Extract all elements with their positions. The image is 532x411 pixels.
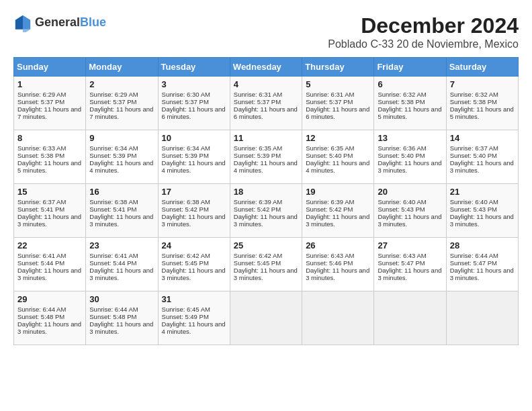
calendar-header: SundayMondayTuesdayWednesdayThursdayFrid… <box>14 58 519 77</box>
sunrise-text: Sunrise: 6:43 AM <box>378 252 426 259</box>
calendar-cell: 15Sunrise: 6:37 AMSunset: 5:41 PMDayligh… <box>14 184 86 238</box>
calendar-cell: 2Sunrise: 6:29 AMSunset: 5:37 PMDaylight… <box>86 77 158 130</box>
calendar-cell: 28Sunrise: 6:44 AMSunset: 5:47 PMDayligh… <box>446 238 518 291</box>
day-number: 31 <box>162 294 226 304</box>
calendar-cell <box>230 291 302 345</box>
day-number: 14 <box>450 133 515 143</box>
calendar-week-row: 22Sunrise: 6:41 AMSunset: 5:44 PMDayligh… <box>14 238 519 291</box>
calendar-cell: 26Sunrise: 6:43 AMSunset: 5:46 PMDayligh… <box>302 238 374 291</box>
calendar-cell: 6Sunrise: 6:32 AMSunset: 5:38 PMDaylight… <box>374 77 446 130</box>
calendar-cell: 13Sunrise: 6:36 AMSunset: 5:40 PMDayligh… <box>374 130 446 184</box>
logo-text: GeneralBlue <box>35 16 106 30</box>
calendar-cell: 12Sunrise: 6:35 AMSunset: 5:40 PMDayligh… <box>302 130 374 184</box>
daylight-text: Daylight: 11 hours and 3 minutes. <box>17 267 81 281</box>
calendar-body: 1Sunrise: 6:29 AMSunset: 5:37 PMDaylight… <box>14 77 519 345</box>
day-number: 1 <box>17 79 82 89</box>
calendar-cell: 9Sunrise: 6:34 AMSunset: 5:39 PMDaylight… <box>86 130 158 184</box>
calendar-cell <box>302 291 374 345</box>
daylight-text: Daylight: 11 hours and 3 minutes. <box>306 213 369 228</box>
daylight-text: Daylight: 11 hours and 3 minutes. <box>89 320 153 335</box>
calendar-cell: 21Sunrise: 6:40 AMSunset: 5:43 PMDayligh… <box>446 184 518 238</box>
sunset-text: Sunset: 5:42 PM <box>234 205 281 213</box>
day-number: 17 <box>162 187 226 197</box>
sunset-text: Sunset: 5:43 PM <box>450 205 497 213</box>
sunrise-text: Sunrise: 6:42 AM <box>234 252 282 259</box>
sunrise-text: Sunrise: 6:34 AM <box>162 144 210 152</box>
day-number: 16 <box>89 187 154 197</box>
sunrise-text: Sunrise: 6:31 AM <box>234 91 282 98</box>
sunrise-text: Sunrise: 6:37 AM <box>17 198 66 205</box>
sunset-text: Sunset: 5:41 PM <box>89 205 136 213</box>
day-number: 19 <box>306 187 370 197</box>
sunset-text: Sunset: 5:38 PM <box>17 152 64 159</box>
sunset-text: Sunset: 5:48 PM <box>89 313 136 320</box>
weekday-header: Saturday <box>446 58 518 77</box>
day-number: 7 <box>450 79 515 89</box>
sunrise-text: Sunrise: 6:34 AM <box>89 144 138 152</box>
sunrise-text: Sunrise: 6:41 AM <box>89 252 138 259</box>
day-number: 22 <box>17 240 82 250</box>
day-number: 23 <box>89 240 154 250</box>
weekday-header: Monday <box>86 58 158 77</box>
daylight-text: Daylight: 11 hours and 3 minutes. <box>234 213 298 228</box>
weekday-header: Friday <box>374 58 446 77</box>
day-number: 5 <box>306 79 370 89</box>
svg-marker-1 <box>15 15 23 30</box>
day-number: 25 <box>234 240 298 250</box>
daylight-text: Daylight: 11 hours and 3 minutes. <box>89 267 153 281</box>
daylight-text: Daylight: 11 hours and 3 minutes. <box>89 213 153 228</box>
day-number: 29 <box>17 294 82 304</box>
sunset-text: Sunset: 5:43 PM <box>378 205 425 213</box>
day-number: 15 <box>17 187 82 197</box>
sunset-text: Sunset: 5:44 PM <box>89 259 136 267</box>
day-number: 4 <box>234 79 298 89</box>
sunset-text: Sunset: 5:45 PM <box>234 259 281 267</box>
calendar-week-row: 1Sunrise: 6:29 AMSunset: 5:37 PMDaylight… <box>14 77 519 130</box>
daylight-text: Daylight: 11 hours and 3 minutes. <box>378 213 441 228</box>
sunrise-text: Sunrise: 6:32 AM <box>450 91 498 98</box>
calendar-week-row: 15Sunrise: 6:37 AMSunset: 5:41 PMDayligh… <box>14 184 519 238</box>
logo-icon <box>13 13 32 32</box>
sunset-text: Sunset: 5:37 PM <box>234 98 281 105</box>
daylight-text: Daylight: 11 hours and 3 minutes. <box>17 320 81 335</box>
daylight-text: Daylight: 11 hours and 5 minutes. <box>450 105 514 120</box>
calendar-cell: 31Sunrise: 6:45 AMSunset: 5:49 PMDayligh… <box>158 291 230 345</box>
day-number: 11 <box>234 133 298 143</box>
sunset-text: Sunset: 5:37 PM <box>162 98 209 105</box>
logo: GeneralBlue <box>13 13 106 32</box>
sunset-text: Sunset: 5:39 PM <box>162 152 209 159</box>
sunset-text: Sunset: 5:40 PM <box>450 152 497 159</box>
day-number: 30 <box>89 294 154 304</box>
day-number: 27 <box>378 240 442 250</box>
day-number: 18 <box>234 187 298 197</box>
title-block: December 2024 Poblado C-33 20 de Noviemb… <box>328 13 519 50</box>
daylight-text: Daylight: 11 hours and 3 minutes. <box>162 267 226 281</box>
sunset-text: Sunset: 5:39 PM <box>89 152 136 159</box>
daylight-text: Daylight: 11 hours and 4 minutes. <box>89 159 153 174</box>
daylight-text: Daylight: 11 hours and 3 minutes. <box>234 267 298 281</box>
sunrise-text: Sunrise: 6:40 AM <box>450 198 498 205</box>
sunset-text: Sunset: 5:37 PM <box>89 98 136 105</box>
daylight-text: Daylight: 11 hours and 7 minutes. <box>17 105 81 120</box>
calendar-cell: 16Sunrise: 6:38 AMSunset: 5:41 PMDayligh… <box>86 184 158 238</box>
weekday-row: SundayMondayTuesdayWednesdayThursdayFrid… <box>14 58 519 77</box>
calendar-cell <box>374 291 446 345</box>
sunset-text: Sunset: 5:47 PM <box>450 259 497 267</box>
sunrise-text: Sunrise: 6:32 AM <box>378 91 426 98</box>
daylight-text: Daylight: 11 hours and 4 minutes. <box>306 159 369 174</box>
sunrise-text: Sunrise: 6:44 AM <box>89 306 138 313</box>
sunrise-text: Sunrise: 6:38 AM <box>89 198 138 205</box>
weekday-header: Thursday <box>302 58 374 77</box>
sunrise-text: Sunrise: 6:44 AM <box>17 306 66 313</box>
sunrise-text: Sunrise: 6:31 AM <box>306 91 354 98</box>
day-number: 20 <box>378 187 442 197</box>
sunset-text: Sunset: 5:38 PM <box>378 98 425 105</box>
sunrise-text: Sunrise: 6:38 AM <box>162 198 210 205</box>
sunset-text: Sunset: 5:41 PM <box>17 205 64 213</box>
day-number: 12 <box>306 133 370 143</box>
daylight-text: Daylight: 11 hours and 6 minutes. <box>234 105 298 120</box>
calendar-cell: 10Sunrise: 6:34 AMSunset: 5:39 PMDayligh… <box>158 130 230 184</box>
sunrise-text: Sunrise: 6:44 AM <box>450 252 498 259</box>
day-number: 2 <box>89 79 154 89</box>
sunrise-text: Sunrise: 6:29 AM <box>17 91 66 98</box>
